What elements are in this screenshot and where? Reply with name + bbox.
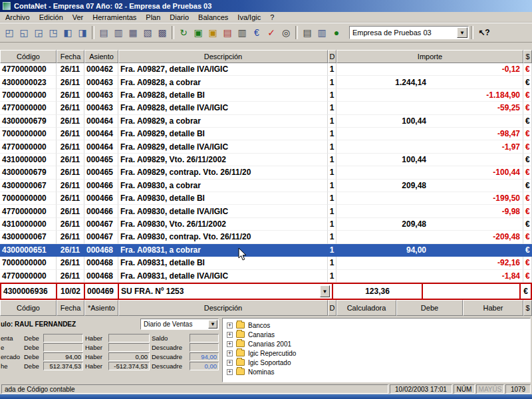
chevron-down-icon[interactable]: ▼	[457, 27, 467, 38]
footer-header-descripcin[interactable]: Descripción	[118, 300, 328, 316]
menu-item-diario[interactable]: Diario	[165, 13, 194, 22]
row-asiento: 000465	[84, 166, 118, 179]
context-help-icon[interactable]: ↖?	[475, 25, 493, 40]
expand-plus-icon[interactable]: +	[227, 341, 233, 347]
company-select[interactable]: Empresa de Pruebas 03 ▼	[349, 26, 469, 39]
print-preview-button[interactable]: ▥	[315, 25, 329, 40]
column-header-$[interactable]: $	[523, 50, 532, 63]
table-row[interactable]: 700000000026/11000463Fra. A09828, detall…	[0, 89, 532, 102]
edit-fecha-field[interactable]: 10/02	[57, 284, 85, 299]
tree-item-canarias[interactable]: +Canarias	[227, 330, 530, 339]
expand-plus-icon[interactable]: +	[227, 350, 233, 356]
footer-header-$[interactable]: $	[523, 300, 532, 316]
invoices-button[interactable]: ▤	[220, 25, 235, 40]
tree-item-igicsoportado[interactable]: +Igic Soportado	[227, 358, 530, 367]
tile-windows-button[interactable]: ◲	[31, 25, 46, 40]
menu-item-archivo[interactable]: Archivo	[1, 13, 35, 22]
summary-saldo-value: 94,00	[190, 352, 219, 361]
edit-descripcion-text: SU FRA. Nº 1253	[121, 287, 184, 296]
footer-header-haber[interactable]: Haber	[463, 300, 523, 316]
refresh-button[interactable]: ↻	[176, 25, 191, 40]
footer-header-d[interactable]: D	[328, 300, 336, 316]
table-row[interactable]: 477000000026/11000468Fra. A09831, detall…	[0, 270, 532, 283]
column-header-descripcin[interactable]: Descripción	[118, 50, 328, 63]
menu-item-?[interactable]: ?	[265, 13, 279, 22]
money-bag-button[interactable]: ●	[329, 25, 344, 40]
menu-item-ivaigic[interactable]: Iva/Igic	[233, 13, 265, 22]
table-row[interactable]: 477000000026/11000463Fra. A09828, detall…	[0, 102, 532, 114]
row-codigo: 7000000000	[0, 192, 57, 205]
table-row[interactable]: 477000000026/11000466Fra. A09830, detall…	[0, 205, 532, 217]
footer-header-fecha[interactable]: Fecha	[57, 300, 84, 316]
split-horizontal-button[interactable]: ◨	[75, 25, 90, 40]
search-button[interactable]: ◎	[279, 25, 293, 40]
row-d: 1	[328, 128, 336, 140]
edit-haber-field[interactable]	[423, 284, 521, 299]
tree-item-canarias2001[interactable]: +Canarias 2001	[227, 339, 530, 348]
row-asiento: 000464	[84, 115, 118, 128]
calendar-button[interactable]: ▧	[140, 25, 155, 40]
column-header-importe[interactable]: Importe	[336, 50, 523, 63]
footer-header-debe[interactable]: Debe	[396, 300, 463, 316]
menu-item-balances[interactable]: Balances	[194, 13, 233, 22]
footer-header-asiento[interactable]: *Asiento	[84, 300, 118, 316]
edit-importe-field[interactable]: 123,36	[333, 284, 423, 299]
printer-button[interactable]: ▤	[300, 25, 315, 40]
row-asiento: 000464	[84, 140, 118, 153]
cascade-windows-button[interactable]: ◳	[46, 25, 61, 40]
sales-journal-button[interactable]: ▣	[191, 25, 205, 40]
table-row[interactable]: 700000000026/11000468Fra. A09831, detall…	[0, 257, 532, 269]
expand-plus-icon[interactable]: +	[227, 369, 233, 375]
status-datetime: 10/02/2003 17:01	[390, 384, 452, 394]
open-window-button[interactable]: ◱	[17, 25, 31, 40]
accounts-table-button[interactable]: ▥	[111, 25, 126, 40]
column-header-asiento[interactable]: Asiento	[84, 50, 118, 63]
table-row[interactable]: 430000002326/11000463Fra. A09828, a cobr…	[0, 76, 532, 88]
tree-item-bancos[interactable]: +Bancos	[227, 321, 530, 330]
table-row[interactable]: 700000000026/11000464Fra. A09829, detall…	[0, 128, 532, 140]
check-button[interactable]: ✓	[264, 25, 279, 40]
table-row[interactable]: 477000000026/11000464Fra. A09829, detall…	[0, 140, 532, 153]
description-dropdown-icon[interactable]: ▼	[320, 285, 330, 297]
column-header-fecha[interactable]: Fecha	[57, 50, 84, 63]
menu-item-edicin[interactable]: Edición	[35, 13, 68, 22]
column-header-d[interactable]: D	[328, 50, 336, 63]
tree-item-igicrepercutido[interactable]: +Igic Repercutido	[227, 348, 530, 358]
footer-header-cdigo[interactable]: Código	[0, 300, 57, 316]
table-row[interactable]: 430000065126/11000468Fra. A09831, a cobr…	[0, 244, 532, 257]
table-row[interactable]: 430000006726/11000466Fra. A09830, a cobr…	[0, 180, 532, 192]
entry-edit-row: 4300006936 10/02 000469 SU FRA. Nº 1253 …	[0, 283, 532, 300]
expand-plus-icon[interactable]: +	[227, 332, 233, 338]
journal-select[interactable]: Diario de Ventas ▼	[140, 319, 219, 330]
printer-coins-button[interactable]: ▥	[235, 25, 249, 40]
edit-asiento-field[interactable]: 000469	[85, 284, 119, 299]
row-fecha: 26/11	[57, 270, 84, 283]
entries-table-button[interactable]: ▤	[96, 25, 111, 40]
new-window-button[interactable]: ◰	[2, 25, 17, 40]
row-importe: -1,97	[336, 140, 523, 153]
summary-row: heDebe512.374,53Haber-512.374,53Descuadr…	[1, 362, 220, 370]
menu-item-ver[interactable]: Ver	[68, 13, 88, 22]
table-row[interactable]: 477000000026/11000462Fra. A09827, detall…	[0, 63, 532, 76]
table-row[interactable]: 430000067926/11000465Fra. A09829, contra…	[0, 166, 532, 179]
tree-item-nominas[interactable]: +Nominas	[227, 367, 530, 376]
split-vertical-button[interactable]: ◧	[61, 25, 75, 40]
menu-item-plan[interactable]: Plan	[141, 13, 165, 22]
chevron-down-icon[interactable]: ▼	[208, 320, 217, 329]
edit-codigo-field[interactable]: 4300006936	[1, 284, 57, 299]
expand-plus-icon[interactable]: +	[227, 360, 233, 366]
table-row[interactable]: 700000000026/11000466Fra. A09830, detall…	[0, 192, 532, 205]
menu-item-herramientas[interactable]: Herramientas	[88, 13, 141, 22]
footer-header-calculadora[interactable]: Calculadora	[336, 300, 396, 316]
table-row[interactable]: 431000000026/11000465Fra. A09829, Vto. 2…	[0, 154, 532, 166]
column-header-cdigo[interactable]: Código	[0, 50, 57, 63]
table-row[interactable]: 430000006726/11000467Fra. A09830, contra…	[0, 231, 532, 243]
table-row[interactable]: 431000000026/11000467Fra. A09830, Vto. 2…	[0, 218, 532, 231]
edit-descripcion-field[interactable]: SU FRA. Nº 1253 ▼	[119, 284, 333, 299]
balances-grid-button[interactable]: ▩	[155, 25, 170, 40]
ledger-book-button[interactable]: ▣	[205, 25, 220, 40]
expand-plus-icon[interactable]: +	[227, 323, 233, 329]
euro-button[interactable]: €	[249, 25, 264, 40]
table-row[interactable]: 430000067926/11000464Fra. A09829, a cobr…	[0, 115, 532, 128]
grid-button[interactable]: ▦	[126, 25, 140, 40]
